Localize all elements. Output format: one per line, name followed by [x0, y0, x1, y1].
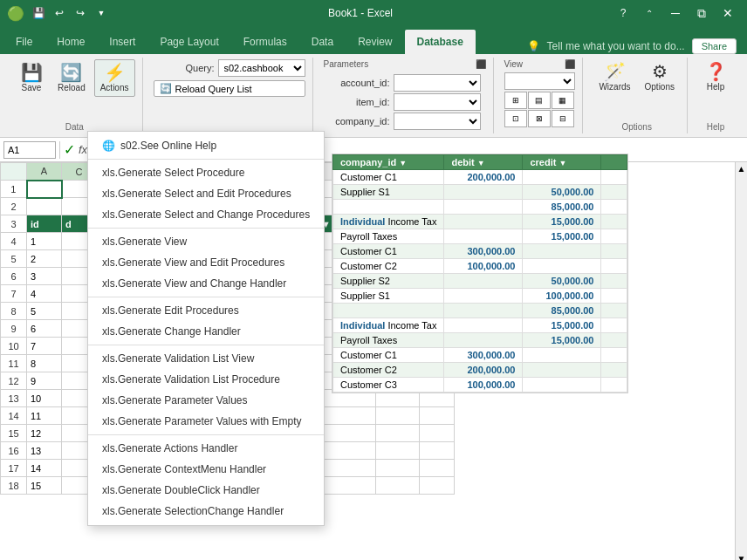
data-cell-company[interactable]: Customer C3	[333, 378, 444, 393]
data-cell-company[interactable]: Individual Income Tax	[333, 215, 444, 229]
function-btn[interactable]: fx	[79, 143, 87, 156]
save-quick-btn[interactable]: 💾	[30, 4, 47, 22]
tab-review[interactable]: Review	[346, 30, 404, 54]
menu-item-gen-val-proc[interactable]: xls.Generate Validation List Procedure	[88, 369, 324, 390]
data-cell-company[interactable]: Customer C1	[333, 170, 444, 185]
menu-item-gen-view-change[interactable]: xls.Generate View and Change Handler	[88, 273, 324, 294]
menu-item-gen-dblclick[interactable]: xls.Generate DoubleClick Handler	[88, 480, 324, 501]
actions-btn[interactable]: ⚡ Actions	[94, 59, 135, 97]
cell-j17[interactable]	[376, 460, 420, 477]
data-cell-debit[interactable]	[444, 333, 523, 348]
restore-btn[interactable]: ⧉	[689, 1, 714, 25]
cell-j15[interactable]	[376, 425, 420, 442]
view-expand-icon[interactable]: ⬛	[565, 59, 575, 69]
data-cell-credit[interactable]	[523, 259, 601, 274]
data-cell-debit[interactable]: 200,000.00	[444, 170, 523, 185]
menu-item-online-help[interactable]: 🌐 s02.See Online Help	[88, 135, 324, 156]
save-btn[interactable]: 💾 Save	[14, 60, 49, 96]
help-btn[interactable]: ❓ Help	[698, 59, 733, 95]
data-cell-credit[interactable]	[523, 363, 601, 378]
data-cell-debit[interactable]: 200,000.00	[444, 363, 523, 378]
data-cell-debit[interactable]	[444, 274, 523, 289]
data-cell-debit[interactable]	[444, 289, 523, 304]
view-select[interactable]	[504, 72, 576, 90]
cell-k14[interactable]	[420, 407, 455, 425]
menu-item-gen-actions[interactable]: xls.Generate Actions Handler	[88, 438, 324, 459]
help-icon-btn[interactable]: ?	[611, 1, 635, 25]
menu-item-gen-select-edit[interactable]: xls.Generate Select and Edit Procedures	[88, 183, 324, 204]
view-btn-3[interactable]: ▦	[552, 92, 574, 109]
customize-quick-btn[interactable]: ▼	[93, 4, 110, 22]
data-cell-debit[interactable]: 300,000.00	[444, 244, 523, 259]
cell-a8[interactable]: 5	[27, 303, 62, 320]
data-cell-credit[interactable]: 85,000.00	[523, 200, 601, 215]
share-btn[interactable]: Share	[692, 38, 737, 54]
cell-a7[interactable]: 4	[27, 285, 62, 303]
data-cell-credit[interactable]: 50,000.00	[523, 185, 601, 200]
data-cell-company[interactable]: Customer C2	[333, 259, 444, 274]
cell-a2[interactable]	[27, 198, 62, 215]
view-btn-5[interactable]: ⊠	[528, 110, 551, 127]
tab-insert[interactable]: Insert	[97, 30, 147, 54]
cell-a11[interactable]: 8	[27, 355, 62, 372]
cell-k15[interactable]	[420, 425, 455, 442]
data-cell-debit[interactable]	[444, 215, 523, 229]
data-cell-credit[interactable]: 15,000.00	[523, 215, 601, 229]
close-btn[interactable]: ✕	[716, 1, 740, 25]
confirm-formula-btn[interactable]: ✓	[64, 141, 75, 158]
name-box[interactable]: A1	[3, 141, 56, 159]
minimize-btn[interactable]: ─	[663, 1, 688, 25]
cell-a4[interactable]: 1	[27, 233, 62, 250]
data-cell-debit[interactable]: 100,000.00	[444, 378, 523, 393]
scroll-down-icon[interactable]: ▼	[737, 554, 746, 560]
data-cell-company[interactable]: Customer C1	[333, 244, 444, 259]
reload-query-list-btn[interactable]: 🔄 Reload Query List	[154, 80, 305, 97]
company-id-select[interactable]	[394, 113, 481, 130]
reload-btn[interactable]: 🔄 Reload	[52, 60, 91, 96]
tab-page-layout[interactable]: Page Layout	[147, 30, 230, 54]
cell-a17[interactable]: 14	[27, 460, 62, 477]
redo-quick-btn[interactable]: ↪	[72, 4, 89, 22]
data-cell-company[interactable]: Supplier S1	[333, 185, 444, 200]
view-btn-1[interactable]: ⊞	[504, 92, 527, 109]
menu-item-gen-selection[interactable]: xls.Generate SelectionChange Handler	[88, 501, 324, 522]
data-cell-company[interactable]: Customer C2	[333, 363, 444, 378]
data-cell-debit[interactable]: 100,000.00	[444, 259, 523, 274]
menu-item-gen-view[interactable]: xls.Generate View	[88, 231, 324, 252]
data-cell-debit[interactable]	[444, 304, 523, 318]
cell-j18[interactable]	[376, 477, 420, 495]
menu-item-gen-val-view[interactable]: xls.Generate Validation List View	[88, 348, 324, 369]
data-cell-credit[interactable]: 100,000.00	[523, 289, 601, 304]
cell-a14[interactable]: 11	[27, 407, 62, 425]
tab-file[interactable]: File	[3, 30, 45, 54]
data-cell-company[interactable]	[333, 304, 444, 318]
tell-me-label[interactable]: Tell me what you want to do...	[547, 40, 685, 52]
cell-a13[interactable]: 10	[27, 390, 62, 407]
data-cell-credit[interactable]	[523, 170, 601, 185]
tab-data[interactable]: Data	[299, 30, 346, 54]
menu-item-gen-view-edit[interactable]: xls.Generate View and Edit Procedures	[88, 252, 324, 273]
cell-a16[interactable]: 13	[27, 442, 62, 460]
view-btn-4[interactable]: ⊡	[504, 110, 527, 127]
data-cell-credit[interactable]: 85,000.00	[523, 304, 601, 318]
cell-a5[interactable]: 2	[27, 250, 62, 268]
menu-item-gen-change[interactable]: xls.Generate Change Handler	[88, 321, 324, 342]
tab-home[interactable]: Home	[45, 30, 97, 54]
col-header-a[interactable]: A	[27, 163, 62, 181]
cell-k17[interactable]	[420, 460, 455, 477]
tab-database[interactable]: Database	[405, 30, 476, 54]
cell-a10[interactable]: 7	[27, 338, 62, 355]
cell-a15[interactable]: 12	[27, 425, 62, 442]
ribbon-collapse-btn[interactable]: ⌃	[637, 1, 661, 25]
data-cell-debit[interactable]	[444, 200, 523, 215]
cell-k16[interactable]	[420, 442, 455, 460]
data-cell-company[interactable]: Supplier S1	[333, 289, 444, 304]
data-cell-company[interactable]: Payroll Taxes	[333, 333, 444, 348]
menu-item-gen-param-empty[interactable]: xls.Generate Parameter Values with Empty	[88, 411, 324, 432]
menu-item-gen-edit[interactable]: xls.Generate Edit Procedures	[88, 300, 324, 321]
data-cell-debit[interactable]	[444, 185, 523, 200]
data-cell-company[interactable]: Individual Income Tax	[333, 318, 444, 333]
tab-formulas[interactable]: Formulas	[231, 30, 299, 54]
data-cell-credit[interactable]	[523, 244, 601, 259]
cell-a12[interactable]: 9	[27, 372, 62, 390]
